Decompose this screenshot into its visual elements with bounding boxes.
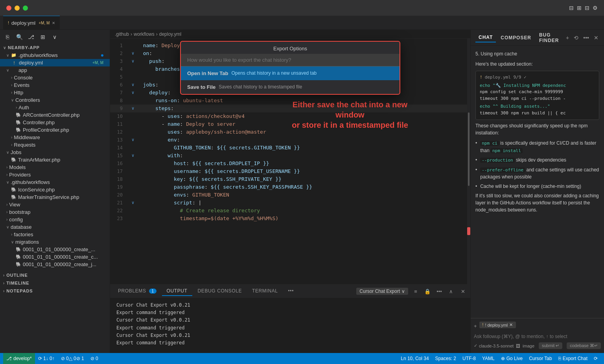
chat-history-icon[interactable]: ⟲ [573, 34, 579, 42]
image-icon[interactable]: 🖼 [516, 344, 520, 348]
section-timeline[interactable]: › TIMELINE [0, 279, 110, 287]
submit-label: submit ↵ [542, 343, 559, 348]
folder-middleware[interactable]: › Middleware [0, 134, 110, 141]
file-migration-2[interactable]: 🐘 0001_01_01_000001_create_c... [0, 253, 110, 261]
status-warnings[interactable]: ⊘ 0 [87, 353, 101, 364]
chat-tab-chat[interactable]: CHAT [475, 33, 496, 42]
search-icon[interactable]: 🔍 [15, 33, 24, 41]
section-nearby-app[interactable]: ∨ NEARBY-APP [0, 44, 110, 51]
folder-view[interactable]: › View [0, 201, 110, 208]
chat-tab-composer[interactable]: COMPOSER [497, 33, 534, 42]
chat-input-field[interactable] [474, 332, 601, 341]
status-branch[interactable]: ⎇ develop* [3, 353, 35, 364]
chevron-right-icon: › [6, 202, 7, 207]
php-icon: 🐘 [16, 127, 21, 132]
status-language[interactable]: YAML [479, 353, 498, 364]
folder-github-workflows[interactable]: ∨ 📁 .github/workflows [0, 51, 110, 59]
close-button[interactable] [6, 6, 11, 11]
errors-label: ⊘ 0△ 0⊘ 1 [61, 356, 84, 361]
export-chat-icon: ⎘ [558, 356, 561, 361]
chat-add-icon[interactable]: + [565, 34, 570, 42]
folder-factories[interactable]: › factories [0, 231, 110, 238]
folder-bootstrap[interactable]: › bootstrap [0, 208, 110, 216]
status-spaces[interactable]: Spaces: 2 [432, 353, 459, 364]
layout-icon-2[interactable]: ⊞ [577, 5, 582, 11]
file-profile-controller[interactable]: 🐘 ProfileController.php [0, 126, 110, 134]
maximize-button[interactable] [23, 6, 28, 11]
tab-close-button[interactable]: ✕ [52, 21, 55, 25]
extensions-icon[interactable]: ⊞ [39, 33, 47, 41]
chat-file-tag[interactable]: ! ! deploy.yml ✕ [479, 322, 516, 328]
folder-config[interactable]: › config [0, 216, 110, 223]
export-options-modal[interactable]: Export Options Open in New Tab Opens cha… [180, 41, 400, 95]
chevron-down-icon: ∨ [6, 180, 9, 184]
file-controller[interactable]: 🐘 Controller.php [0, 119, 110, 126]
folder-auth[interactable]: › Auth [0, 104, 110, 111]
modified-indicator: +M, M [92, 61, 107, 65]
file-migration-3[interactable]: 🐘 0001_01_01_000002_create_j... [0, 261, 110, 268]
chat-tab-bug-finder[interactable]: BUG FINDER [536, 31, 563, 45]
option-open-new-tab[interactable]: Open in New Tab Opens chat history in a … [181, 66, 400, 80]
folder-models[interactable]: › Models [0, 164, 110, 171]
modal-search-input[interactable] [181, 54, 400, 66]
chevron-right-icon: › [6, 173, 7, 177]
sync-label: ⟳ 1↓ 0↑ [38, 356, 55, 361]
status-go-live[interactable]: ⊕ Go Live [498, 353, 526, 364]
layout-icon-3[interactable]: ⊟ [585, 5, 589, 11]
status-cursor-tab[interactable]: Cursor Tab [526, 353, 555, 364]
branch-icon: ⎇ [6, 356, 12, 361]
folder-http[interactable]: › Http [0, 89, 110, 96]
folder-migrations[interactable]: ∨ migrations [0, 238, 110, 246]
minimize-button[interactable] [15, 6, 20, 11]
folder-controllers[interactable]: ∨ Controllers [0, 96, 110, 104]
statusbar: ⎇ develop* ⟳ 1↓ 0↑ ⊘ 0△ 0⊘ 1 ⊘ 0 Ln 10, … [0, 353, 604, 364]
composer-tab-label: COMPOSER [501, 35, 531, 40]
option-desc-2: Saves chat history to a timestamped file [219, 84, 302, 90]
chevron-down-icon: ∨ [6, 53, 9, 57]
file-icon-service[interactable]: 🐘 IconService.php [0, 186, 110, 193]
layout-icon-1[interactable]: ⊟ [569, 5, 574, 11]
source-control-icon[interactable]: ⎇ [27, 33, 35, 41]
folder-database[interactable]: ∨ database [0, 223, 110, 231]
bullet-production: • --production skips dev dependencies [475, 156, 599, 164]
folder-icon: 📁 [11, 53, 17, 58]
copy-icon[interactable]: ⎘ [3, 33, 12, 41]
section-notepads[interactable]: › NOTEPADS [0, 287, 110, 295]
chat-close-icon[interactable]: ✕ [593, 34, 599, 42]
chevron-right-icon: › [6, 165, 7, 169]
settings-icon[interactable]: ⚙ [593, 5, 598, 11]
folder-console[interactable]: › Console [0, 74, 110, 81]
submit-button[interactable]: submit ↵ [539, 342, 562, 349]
status-sync[interactable]: ⟳ 1↓ 0↑ [35, 353, 58, 364]
folder-events[interactable]: › Events [0, 81, 110, 89]
chat-more-icon[interactable]: ••• [582, 34, 590, 42]
status-errors[interactable]: ⊘ 0△ 0⊘ 1 [58, 353, 87, 364]
file-migration-1[interactable]: 🐘 0001_01_01_000000_create_... [0, 246, 110, 253]
model-label[interactable]: ✓ claude-3.5-sonnet [474, 343, 514, 348]
file-arcontent-controller[interactable]: 🐘 ARContentController.php [0, 111, 110, 119]
image-label: image [523, 344, 534, 348]
chevron-down-icon: ∨ [11, 240, 14, 244]
folder-label: Console [14, 75, 33, 81]
chevron-icon[interactable]: ∨ [50, 33, 59, 41]
tab-deploy-yml[interactable]: ! deploy.yml +M, M ✕ [3, 16, 60, 30]
folder-label: bootstrap [9, 209, 30, 215]
folder-app[interactable]: ∨ app [0, 66, 110, 74]
status-refresh[interactable]: ⟳ [591, 353, 601, 364]
status-ln-col[interactable]: Ln 10, Col 34 [398, 353, 432, 364]
file-tag-close[interactable]: ✕ [509, 322, 513, 327]
file-deploy-yml[interactable]: ! deploy.yml +M, M [0, 59, 110, 66]
folder-services[interactable]: ∨ .github/workflows [0, 178, 110, 186]
folder-providers[interactable]: › Providers [0, 171, 110, 178]
timeline-label: TIMELINE [6, 281, 29, 285]
folder-requests[interactable]: › Requests [0, 141, 110, 149]
chat-add-file-icon[interactable]: + [474, 323, 477, 329]
file-train-ar-marker[interactable]: 🐘 TrainArMarker.php [0, 156, 110, 164]
status-export-chat[interactable]: ⎘ Export Chat [555, 353, 591, 364]
file-marker-training-service[interactable]: 🐘 MarkerTrainingService.php [0, 193, 110, 201]
option-save-to-file[interactable]: Save to File Saves chat history to a tim… [181, 80, 400, 94]
codebase-button[interactable]: codebase ⌘↵ [567, 342, 601, 349]
section-outline[interactable]: › OUTLINE [0, 271, 110, 279]
folder-jobs[interactable]: ∨ Jobs [0, 149, 110, 156]
status-encoding[interactable]: UTF-8 [459, 353, 479, 364]
